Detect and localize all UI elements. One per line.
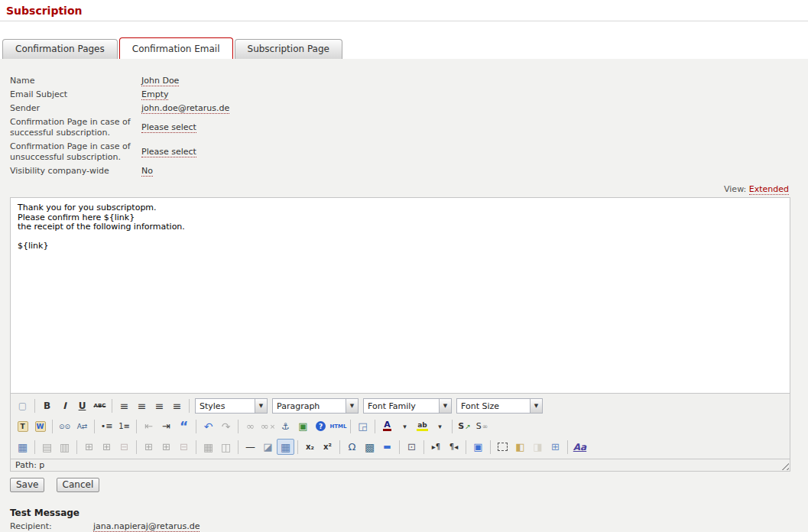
delete-row-icon: ⊟ (115, 439, 133, 455)
view-extended-link[interactable]: Extended (749, 184, 789, 195)
merge-cells-icon: ◫ (217, 439, 235, 455)
italic-icon[interactable]: I (56, 397, 73, 414)
toolbar-separator (466, 440, 466, 454)
font-family-select-arrow-icon[interactable]: ▼ (439, 398, 452, 414)
field-label-visibility-company-wide: Visibility company-wide (10, 166, 141, 177)
print-icon-glyph: ⊡ (407, 441, 416, 453)
insert-layer-icon[interactable]: ⊞ (547, 439, 564, 455)
recipient-email-link[interactable]: jana.napieraj@retarus.de (93, 521, 200, 532)
blockquote-icon-glyph: “ (180, 419, 188, 434)
styles-select-value[interactable]: Styles (195, 398, 255, 414)
align-right-icon[interactable]: ≡ (151, 397, 168, 414)
outdent-icon-glyph: ⇤ (144, 420, 153, 432)
save-button[interactable]: Save (10, 478, 44, 492)
find-replace-icon[interactable]: A⇄ (73, 418, 91, 434)
insert-table-icon[interactable]: ▦ (14, 439, 31, 455)
toolbar-separator (339, 440, 340, 454)
special-character-icon[interactable]: Ω (343, 439, 361, 455)
recipient-row: Recipient: jana.napieraj@retarus.de (10, 521, 798, 532)
numbered-list-icon[interactable]: 1≡ (115, 418, 133, 434)
insert-image-icon[interactable]: ▣ (294, 418, 312, 434)
align-justify-icon[interactable]: ≡ (168, 397, 186, 414)
paste-as-text-icon[interactable]: T (14, 418, 31, 434)
anchor-icon[interactable]: ⚓ (277, 418, 294, 434)
bold-icon-glyph: B (44, 401, 50, 411)
field-value-name[interactable]: John Doe (141, 76, 179, 86)
align-center-icon[interactable]: ≡ (133, 397, 151, 414)
paragraph-select-arrow-icon[interactable]: ▼ (346, 398, 359, 414)
text-color-arrow-icon[interactable]: ▾ (396, 418, 414, 434)
align-left-icon[interactable]: ≡ (115, 397, 133, 414)
undo-icon[interactable]: ↶ (200, 418, 217, 434)
new-document-icon[interactable]: ▢ (14, 397, 31, 414)
html-source-icon[interactable]: HTML (329, 418, 347, 434)
paragraph-select[interactable]: Paragraph▼ (272, 398, 359, 414)
text-color-icon[interactable]: A (378, 418, 396, 434)
styles-select-arrow-icon[interactable]: ▼ (255, 398, 268, 414)
field-value-visibility-company-wide[interactable]: No (141, 166, 153, 177)
insert-media-icon[interactable]: ▩ (361, 439, 378, 455)
advanced-hr-icon[interactable]: ▬ (378, 439, 396, 455)
font-family-select[interactable]: Font Family▼ (363, 398, 452, 414)
toolbar-separator (238, 440, 239, 454)
resize-grip-icon[interactable] (779, 460, 789, 470)
insert-column-after-icon: ⊞ (157, 439, 175, 455)
visual-aid-icon[interactable]: ▦ (277, 439, 294, 455)
font-size-select-value[interactable]: Font Size (456, 398, 530, 414)
paragraph-select-value[interactable]: Paragraph (272, 398, 346, 414)
bold-icon[interactable]: B (38, 397, 56, 414)
strikethrough-icon[interactable]: ABC (91, 397, 109, 414)
absolute-position-icon[interactable] (494, 439, 511, 455)
find-icon[interactable]: ⊙⊙ (56, 418, 73, 434)
indent-icon[interactable]: ⇥ (157, 418, 175, 434)
delete-column-icon: ⊟ (175, 439, 193, 455)
merge-cells-icon-glyph: ◫ (221, 441, 231, 453)
tab-confirmation-pages[interactable]: Confirmation Pages (2, 39, 118, 59)
background-color-icon[interactable]: ab (414, 418, 431, 434)
field-value-sender[interactable]: john.doe@retarus.de (141, 103, 229, 114)
tab-confirmation-email[interactable]: Confirmation Email (119, 37, 233, 59)
toolbar-row-1: ▢BIUABC≡≡≡≡Styles▼Paragraph▼Font Family▼… (14, 395, 787, 416)
unlink-icon-glyph: ∞ (261, 420, 269, 432)
remove-formatting-icon[interactable]: ◪ (259, 439, 277, 455)
paste-from-word-icon[interactable]: W (31, 418, 49, 434)
help-icon[interactable]: ? (312, 418, 329, 434)
insert-column-after-icon-glyph: ⊞ (162, 441, 170, 453)
font-size-select[interactable]: Font Size▼ (456, 398, 543, 414)
horizontal-rule-icon[interactable]: — (242, 439, 259, 455)
toolbar-separator (136, 420, 137, 433)
ltr-direction-icon[interactable]: ▸¶ (427, 439, 445, 455)
tab-subscription-page[interactable]: Subscription Page (235, 39, 342, 59)
bullet-list-icon[interactable]: •≡ (98, 418, 115, 434)
superscript-icon[interactable]: x² (319, 439, 336, 455)
styles-select[interactable]: Styles▼ (195, 398, 268, 414)
numbered-list-icon-glyph: 1≡ (118, 422, 130, 430)
text-color-arrow-icon-glyph: ▾ (403, 423, 407, 430)
recipient-label: Recipient: (10, 521, 93, 532)
print-icon[interactable]: ⊡ (403, 439, 420, 455)
field-value-email-subject[interactable]: Empty (141, 89, 168, 100)
field-value-confirmation-page-unsuccess[interactable]: Please select (141, 147, 196, 157)
font-size-select-arrow-icon[interactable]: ▼ (530, 398, 543, 414)
editor-content-area[interactable]: Thank you for you subscriptopm.Please co… (11, 198, 790, 393)
cancel-button[interactable]: Cancel (57, 478, 100, 492)
field-label-email-subject: Email Subject (10, 89, 141, 100)
insert-row-before-icon: ⊞ (80, 439, 98, 455)
substitution-insert-icon[interactable]: S↗ (456, 418, 473, 434)
fullscreen-icon[interactable]: ▣ (469, 439, 487, 455)
font-family-select-value[interactable]: Font Family (363, 398, 439, 414)
style-properties-icon[interactable]: Aa (571, 439, 589, 455)
field-value-confirmation-page-success[interactable]: Please select (141, 122, 196, 133)
preview-icon[interactable]: ◲ (354, 418, 372, 434)
subscript-icon[interactable]: x₂ (301, 439, 319, 455)
superscript-icon-glyph: x² (323, 443, 332, 451)
background-color-arrow-icon[interactable]: ▾ (431, 418, 449, 434)
rtl-direction-icon[interactable]: ¶◂ (445, 439, 462, 455)
strikethrough-icon-glyph: ABC (94, 403, 106, 409)
align-center-icon-glyph: ≡ (138, 400, 147, 412)
underline-icon[interactable]: U (73, 397, 91, 414)
move-forward-icon[interactable]: ◧ (511, 439, 529, 455)
substitution-link-icon[interactable]: S∞ (473, 418, 491, 434)
rtl-direction-icon-glyph: ¶◂ (449, 443, 458, 451)
blockquote-icon[interactable]: “ (175, 418, 193, 434)
